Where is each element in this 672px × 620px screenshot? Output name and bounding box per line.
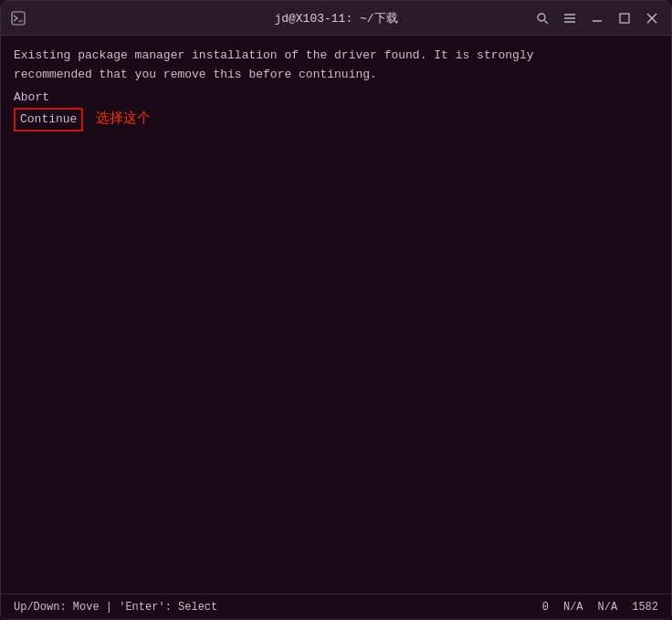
minimize-button[interactable] <box>585 6 609 30</box>
statusbar-right: 0 N/A N/A 1582 <box>542 601 658 614</box>
menu-area: Abort Continue 选择这个 <box>14 89 658 131</box>
terminal-window: jd@X103-11: ~/下载 <box>0 0 672 620</box>
statusbar-col2: N/A <box>563 601 583 614</box>
terminal-content: Existing package manager installation of… <box>14 47 658 583</box>
titlebar-left <box>8 8 28 28</box>
titlebar-controls <box>530 6 664 30</box>
titlebar: jd@X103-11: ~/下载 <box>1 1 671 36</box>
abort-option[interactable]: Abort <box>14 89 658 107</box>
svg-point-2 <box>538 14 545 21</box>
svg-line-3 <box>545 20 549 24</box>
close-button[interactable] <box>640 6 664 30</box>
menu-button[interactable] <box>558 6 582 30</box>
search-button[interactable] <box>530 6 554 30</box>
statusbar-col4: 1582 <box>632 601 658 614</box>
statusbar-col1: 0 <box>542 601 549 614</box>
continue-option[interactable]: Continue <box>14 108 83 131</box>
message-line1: Existing package manager installation of… <box>14 47 658 66</box>
statusbar-hint: Up/Down: Move | 'Enter': Select <box>14 601 542 614</box>
statusbar: Up/Down: Move | 'Enter': Select 0 N/A N/… <box>1 594 671 619</box>
terminal-body: Existing package manager installation of… <box>1 36 671 594</box>
continue-row: Continue 选择这个 <box>14 108 658 131</box>
statusbar-col3: N/A <box>598 601 618 614</box>
terminal-icon <box>8 8 28 28</box>
svg-rect-8 <box>620 14 629 23</box>
maximize-button[interactable] <box>613 6 636 30</box>
window-title: jd@X103-11: ~/下载 <box>274 10 397 26</box>
message-line2: recommended that you remove this before … <box>14 66 658 85</box>
annotation-label: 选择这个 <box>96 110 151 131</box>
